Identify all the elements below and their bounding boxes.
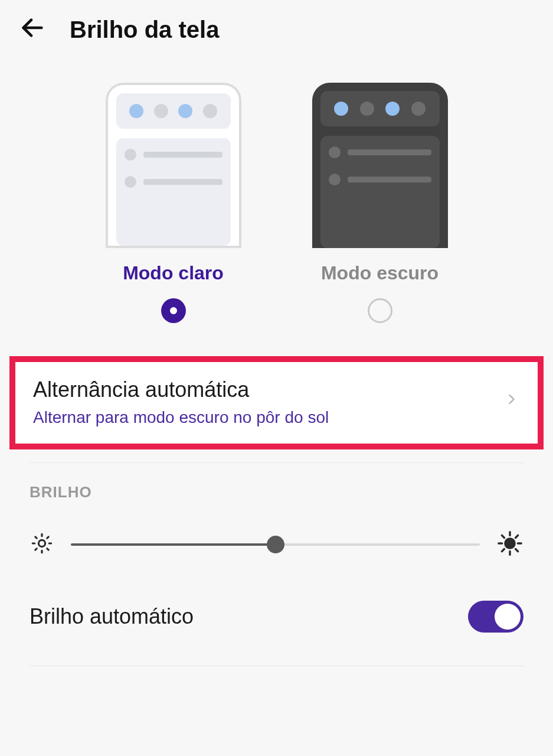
svg-line-9 <box>47 537 48 538</box>
dark-preview <box>312 83 448 248</box>
auto-switch-title: Alternância automática <box>33 377 503 402</box>
brightness-low-icon <box>30 531 54 558</box>
light-radio[interactable] <box>161 298 186 323</box>
brightness-slider[interactable] <box>71 537 480 552</box>
auto-switch-row[interactable]: Alternância automática Alternar para mod… <box>9 356 544 449</box>
svg-line-17 <box>502 549 504 552</box>
svg-line-8 <box>35 549 37 550</box>
page-title: Brilho da tela <box>70 17 219 43</box>
brightness-header: BRILHO <box>30 483 523 501</box>
svg-line-15 <box>502 535 504 537</box>
svg-line-7 <box>47 549 48 550</box>
dark-label: Modo escuro <box>321 262 439 284</box>
back-arrow-icon[interactable] <box>19 14 46 45</box>
dark-radio[interactable] <box>368 298 392 323</box>
slider-thumb[interactable] <box>267 536 284 553</box>
auto-brightness-row: Brilho automático <box>0 559 553 633</box>
auto-brightness-label: Brilho automático <box>30 604 194 629</box>
svg-line-18 <box>516 535 518 537</box>
brightness-high-icon <box>496 530 523 559</box>
auto-switch-subtitle: Alternar para modo escuro no pôr do sol <box>33 408 503 427</box>
svg-line-16 <box>516 549 518 552</box>
brightness-section: BRILHO <box>0 463 553 559</box>
auto-brightness-toggle[interactable] <box>468 601 523 633</box>
light-label: Modo claro <box>123 262 224 284</box>
theme-option-dark[interactable]: Modo escuro <box>312 83 448 323</box>
divider <box>30 666 523 666</box>
light-preview <box>106 83 241 248</box>
svg-point-10 <box>505 539 515 548</box>
chevron-right-icon <box>503 386 520 418</box>
svg-line-6 <box>35 537 37 538</box>
svg-point-1 <box>38 540 45 546</box>
theme-option-light[interactable]: Modo claro <box>106 83 241 323</box>
theme-selector: Modo claro Modo escuro <box>0 59 553 341</box>
